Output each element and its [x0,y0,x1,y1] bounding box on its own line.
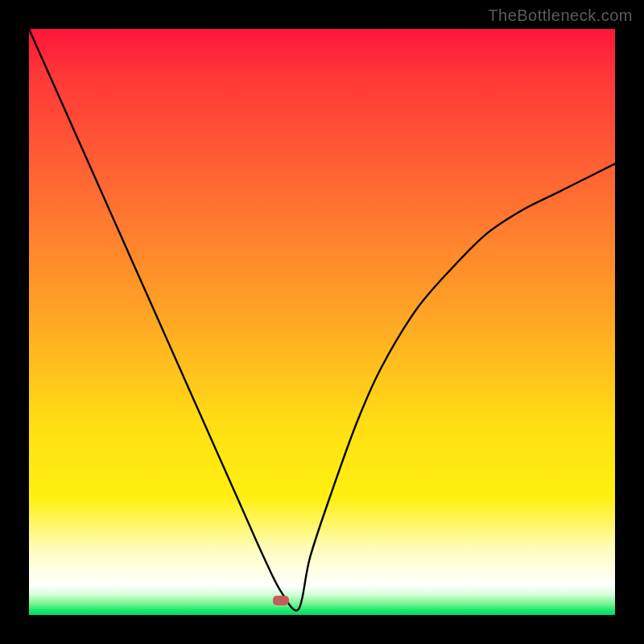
bottleneck-curve [29,29,615,615]
chart-frame: TheBottleneck.com [0,0,644,644]
watermark-text: TheBottleneck.com [488,6,633,25]
optimal-point-marker [273,596,289,605]
plot-gradient-background [29,29,615,615]
